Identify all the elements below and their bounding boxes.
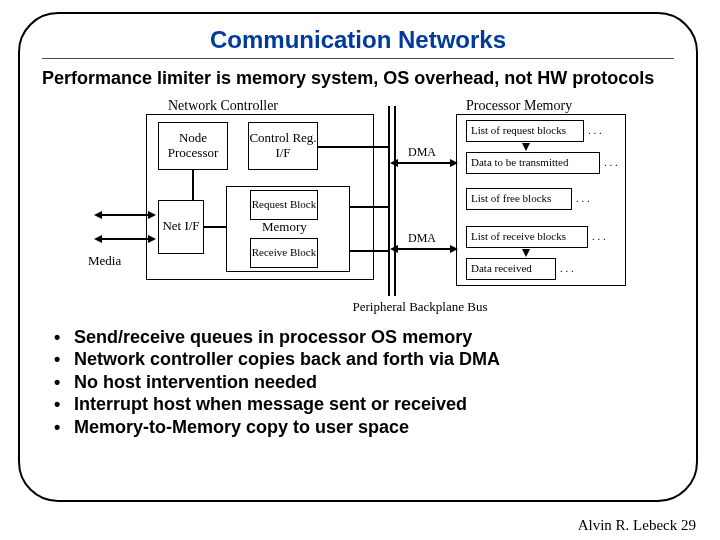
receive-block: Receive Block [250, 238, 318, 268]
dma-label-2: DMA [408, 232, 436, 245]
page-title: Communication Networks [42, 26, 674, 54]
subtitle: Performance limiter is memory system, OS… [42, 67, 674, 90]
data-rx: Data received [466, 258, 556, 280]
architecture-diagram: Peripheral Backplane Bus Network Control… [88, 98, 628, 318]
list-item: Send/receive queues in processor OS memo… [74, 326, 674, 349]
page-number: 29 [681, 517, 696, 533]
dma-label-1: DMA [408, 146, 436, 159]
nc-label: Network Controller [168, 98, 278, 113]
pm-label: Processor Memory [466, 98, 572, 113]
slide-frame: Communication Networks Performance limit… [18, 12, 698, 502]
data-tx: Data to be transmitted [466, 152, 600, 174]
node-processor: Node Processor [158, 122, 228, 170]
title-divider [42, 58, 674, 59]
control-reg-if: Control Reg. I/F [248, 122, 318, 170]
list-free: List of free blocks [466, 188, 572, 210]
net-if: Net I/F [158, 200, 204, 254]
slide-footer: Alvin R. Lebeck 29 [578, 517, 696, 534]
memory-label: Memory [262, 220, 307, 234]
list-item: Network controller copies back and forth… [74, 348, 674, 371]
media-label: Media [88, 254, 121, 268]
bullet-list: Send/receive queues in processor OS memo… [42, 326, 674, 439]
author-name: Alvin R. Lebeck [578, 517, 678, 533]
list-request: List of request blocks [466, 120, 584, 142]
list-item: Memory-to-Memory copy to user space [74, 416, 674, 439]
list-item: No host intervention needed [74, 371, 674, 394]
request-block: Request Block [250, 190, 318, 220]
bus-label: Peripheral Backplane Bus [340, 300, 500, 314]
list-item: Interrupt host when message sent or rece… [74, 393, 674, 416]
list-receive: List of receive blocks [466, 226, 588, 248]
